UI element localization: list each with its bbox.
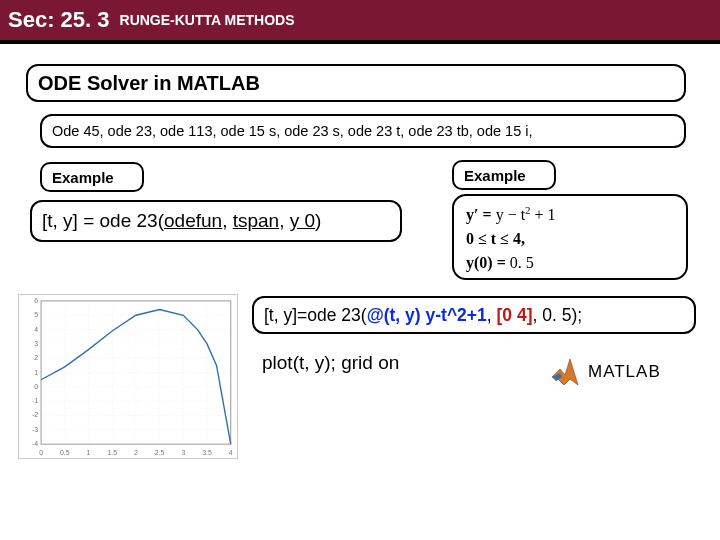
equation-line-3: y(0) = 0. 5 — [466, 251, 674, 275]
code-line-box: [t, y]=ode 23(@(t, y) y-t^2+1, [0 4], 0.… — [252, 296, 696, 334]
svg-text:-1: -1 — [32, 397, 38, 404]
solver-list: Ode 45, ode 23, ode 113, ode 15 s, ode 2… — [52, 123, 533, 139]
svg-text:-3: -3 — [32, 426, 38, 433]
svg-text:4: 4 — [229, 449, 233, 456]
plot-svg: 00.511.522.533.54-4-3-2-10123456 — [19, 295, 237, 458]
code-tspan: [0 4] — [497, 305, 533, 325]
call-syntax: [t, y] = ode 23(odefun, tspan, y 0) — [42, 210, 321, 232]
equation-box: y′ = y − t2 + 1 0 ≤ t ≤ 4, y(0) = 0. 5 — [452, 194, 688, 280]
call-arg-tspan: tspan — [233, 210, 279, 231]
svg-text:-2: -2 — [32, 411, 38, 418]
svg-text:2.5: 2.5 — [155, 449, 165, 456]
plot-command: plot(t, y); grid on — [262, 352, 399, 374]
result-plot: 00.511.522.533.54-4-3-2-10123456 — [18, 294, 238, 459]
svg-text:-4: -4 — [32, 440, 38, 447]
svg-text:6: 6 — [34, 297, 38, 304]
eq1-tail: + 1 — [531, 206, 556, 223]
svg-text:4: 4 — [34, 326, 38, 333]
svg-text:0.5: 0.5 — [60, 449, 70, 456]
code-p3: , 0. 5); — [533, 305, 583, 325]
solver-list-box: Ode 45, ode 23, ode 113, ode 15 s, ode 2… — [40, 114, 686, 148]
equation-line-2: 0 ≤ t ≤ 4, — [466, 227, 674, 251]
example-label: Example — [52, 169, 114, 186]
code-p1: [t, y]=ode 23( — [264, 305, 367, 325]
code-p2: , — [487, 305, 497, 325]
matlab-icon — [548, 355, 582, 389]
eq2: 0 ≤ t ≤ 4, — [466, 230, 525, 247]
call-suffix: ) — [315, 210, 321, 231]
svg-text:1.5: 1.5 — [107, 449, 117, 456]
example-label-left: Example — [40, 162, 144, 192]
svg-text:5: 5 — [34, 311, 38, 318]
eq1-lhs: y′ = — [466, 206, 496, 223]
svg-text:3: 3 — [34, 340, 38, 347]
eq3-lhs: y(0) = — [466, 254, 510, 271]
svg-text:2: 2 — [134, 449, 138, 456]
svg-text:1: 1 — [34, 369, 38, 376]
example-label-right: Example — [452, 160, 556, 190]
eq1-rhs: y − t — [496, 206, 525, 223]
call-sep: , — [222, 210, 233, 231]
slide-header: Sec: 25. 3 RUNGE-KUTTA METHODS — [0, 0, 720, 44]
example-label: Example — [464, 167, 526, 184]
code-line: [t, y]=ode 23(@(t, y) y-t^2+1, [0 4], 0.… — [264, 305, 582, 326]
call-arg-y0: y 0 — [290, 210, 315, 231]
call-syntax-box: [t, y] = ode 23(odefun, tspan, y 0) — [30, 200, 402, 242]
matlab-logo: MATLAB — [548, 350, 678, 394]
title-box: ODE Solver in MATLAB — [26, 64, 686, 102]
call-prefix: [t, y] = ode 23( — [42, 210, 164, 231]
matlab-text: MATLAB — [588, 362, 661, 382]
svg-text:3: 3 — [181, 449, 185, 456]
eq3-rhs: 0. 5 — [510, 254, 534, 271]
section-title: RUNGE-KUTTA METHODS — [120, 12, 295, 28]
code-anon-fn: @(t, y) y-t^2+1 — [367, 305, 487, 325]
section-number: Sec: 25. 3 — [8, 7, 110, 33]
svg-text:2: 2 — [34, 354, 38, 361]
page-title: ODE Solver in MATLAB — [38, 72, 260, 94]
call-arg-odefun: odefun — [164, 210, 222, 231]
equation-line-1: y′ = y − t2 + 1 — [466, 202, 674, 227]
call-sep: , — [279, 210, 290, 231]
svg-text:0: 0 — [34, 383, 38, 390]
svg-text:3.5: 3.5 — [202, 449, 212, 456]
svg-text:0: 0 — [39, 449, 43, 456]
svg-text:1: 1 — [87, 449, 91, 456]
